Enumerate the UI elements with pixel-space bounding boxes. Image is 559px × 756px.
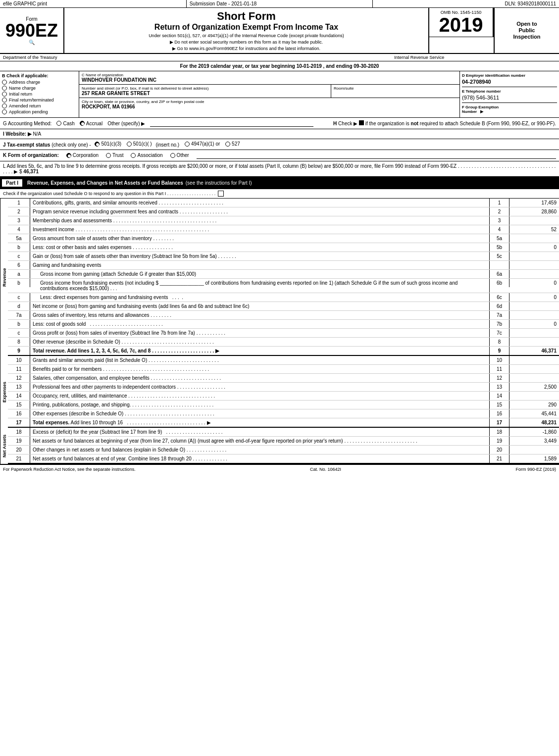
open-title: Open to Public Inspection bbox=[513, 21, 540, 41]
row20-linenum: 20 bbox=[490, 446, 509, 454]
row9-num: 9 bbox=[8, 347, 30, 355]
address-circle bbox=[2, 80, 7, 85]
row-20: 20 Other changes in net assets or fund b… bbox=[8, 446, 559, 454]
phone-value: (978) 546-3611 bbox=[462, 95, 557, 101]
row12-num: 12 bbox=[8, 374, 30, 382]
row2-num: 2 bbox=[8, 207, 30, 216]
row5b-subnum: 5b bbox=[490, 243, 509, 252]
row7a-subval bbox=[509, 311, 559, 319]
check-final: Final return/terminated bbox=[2, 98, 77, 102]
net-assets-section: Net Assets 18 Excess or (deficit) for th… bbox=[0, 428, 559, 464]
l-row: L Add lines 5b, 6c, and 7b to line 9 to … bbox=[0, 161, 559, 177]
ein-col: D Employer identification number 04-2708… bbox=[460, 71, 559, 117]
row8-linenum: 8 bbox=[490, 338, 509, 346]
row7a-label: Gross sales of inventory, less returns a… bbox=[30, 311, 490, 319]
amended-circle bbox=[2, 103, 7, 108]
row4-value: 52 bbox=[509, 225, 559, 234]
revenue-section: Revenue 1 Contributions, gifts, grants, … bbox=[0, 199, 559, 356]
accrual-radio bbox=[80, 121, 85, 126]
j-501c3-radio bbox=[95, 142, 100, 147]
j-501c-radio bbox=[127, 142, 132, 147]
row21-label: Net assets or fund balances at end of ye… bbox=[30, 454, 490, 463]
row6-label: Gaming and fundraising events bbox=[30, 261, 490, 269]
phone-label: E Telephone number bbox=[462, 89, 557, 94]
final-label: Final return/terminated bbox=[9, 98, 54, 102]
row-4: 4 Investment income . . . . . . . . . . … bbox=[8, 225, 559, 234]
row-13: 13 Professional fees and other payments … bbox=[8, 383, 559, 392]
form-subtitle: Under section 501(c), 527, or 4947(a)(1)… bbox=[69, 33, 423, 38]
form-title-box: Short Form Return of Organization Exempt… bbox=[64, 8, 429, 53]
row14-linenum: 14 bbox=[490, 392, 509, 400]
row5a-subnum: 5a bbox=[490, 234, 509, 243]
form-number: 990EZ bbox=[5, 22, 58, 40]
k-assoc: Association bbox=[131, 152, 162, 158]
k-trust-radio bbox=[106, 153, 111, 158]
row10-label: Grants and similar amounts paid (list in… bbox=[30, 356, 490, 364]
row1-value: 17,459 bbox=[509, 199, 559, 207]
row-16: 16 Other expenses (describe in Schedule … bbox=[8, 409, 559, 418]
h-check: H Check ▶ if the organization is not req… bbox=[333, 120, 556, 126]
form-org-row: K Form of organization: Corporation Trus… bbox=[0, 150, 559, 161]
row16-linenum: 16 bbox=[490, 409, 509, 418]
k-trust: Trust bbox=[106, 152, 123, 158]
open-to-public-box: Open to Public Inspection bbox=[495, 8, 559, 53]
top-bar: efile GRAPHIC print Submission Date - 20… bbox=[0, 0, 559, 8]
form-id-box: Form 990EZ 🔍 bbox=[0, 8, 64, 53]
row1-label: Contributions, gifts, grants, and simila… bbox=[30, 199, 490, 207]
acct-accrual: Accrual bbox=[80, 121, 102, 126]
row-14: 14 Occupancy, rent, utilities, and maint… bbox=[8, 392, 559, 401]
row8-label: Other revenue (describe in Schedule O) .… bbox=[30, 338, 490, 346]
footer-row: For Paperwork Reduction Act Notice, see … bbox=[0, 464, 559, 474]
row15-linenum: 15 bbox=[490, 401, 509, 409]
org-name-row: C Name of organization WINDHOVER FOUNDAT… bbox=[79, 71, 459, 85]
efile-label: efile GRAPHIC print bbox=[0, 0, 187, 7]
row20-num: 20 bbox=[8, 446, 30, 454]
short-form-title: Short Form bbox=[69, 10, 423, 23]
no-ssn-notice: ▶ Do not enter social security numbers o… bbox=[69, 40, 423, 45]
row-3: 3 Membership dues and assessments . . . … bbox=[8, 216, 559, 225]
row-8: 8 Other revenue (describe in Schedule O)… bbox=[8, 338, 559, 347]
main-header: Form 990EZ 🔍 Short Form Return of Organi… bbox=[0, 8, 559, 54]
row7a-subnum: 7a bbox=[490, 311, 509, 319]
row6a-subval bbox=[509, 270, 559, 278]
row7b-label: Less: cost of goods sold . . . . . . . .… bbox=[30, 320, 490, 328]
check-pending: Application pending bbox=[2, 109, 77, 114]
row6c-label: Less: direct expenses from gaming and fu… bbox=[30, 293, 490, 302]
row20-label: Other changes in net assets or fund bala… bbox=[30, 446, 490, 454]
row-6: 6 Gaming and fundraising events bbox=[8, 261, 559, 270]
row11-linenum: 11 bbox=[490, 365, 509, 373]
check-title: B Check if applicable: bbox=[2, 73, 77, 78]
footer-right: Form 990-EZ (2019) bbox=[515, 467, 556, 472]
ein-value: 04-2708940 bbox=[462, 79, 557, 85]
return-title: Return of Organization Exempt From Incom… bbox=[69, 23, 423, 32]
row6b-subval: 0 bbox=[509, 279, 559, 287]
row7b-num: b bbox=[8, 320, 30, 328]
row14-num: 14 bbox=[8, 392, 30, 400]
row5c-label: Gain or (loss) from sale of assets other… bbox=[30, 252, 490, 260]
row17-linenum: 17 bbox=[490, 418, 509, 427]
website-row: I Website: ▶ N/A bbox=[0, 129, 559, 139]
row14-value bbox=[509, 392, 559, 400]
row6a-subnum: 6a bbox=[490, 270, 509, 278]
row-6c: c Less: direct expenses from gaming and … bbox=[8, 293, 559, 302]
k-corp: Corporation bbox=[66, 152, 99, 158]
l-value: 46,371 bbox=[23, 169, 39, 174]
h-checkbox bbox=[359, 120, 364, 125]
check-schedule-o-row: Check if the organization used Schedule … bbox=[0, 189, 559, 199]
page: efile GRAPHIC print Submission Date - 20… bbox=[0, 0, 559, 474]
row4-label: Investment income . . . . . . . . . . . … bbox=[30, 225, 490, 234]
row11-label: Benefits paid to or for members . . . . … bbox=[30, 365, 490, 373]
j-501c3: 501(c)(3) bbox=[95, 141, 121, 147]
row2-linenum: 2 bbox=[490, 207, 509, 216]
footer-mid: Cat. No. 10642I bbox=[310, 467, 341, 472]
row10-linenum: 10 bbox=[490, 356, 509, 364]
part1-tag: Part I bbox=[1, 178, 23, 188]
org-room-field: Room/suite bbox=[331, 85, 459, 98]
row6b-num: b bbox=[8, 279, 30, 287]
irs-label: Internal Revenue Service bbox=[280, 54, 559, 61]
row-6d: d Net income or (loss) from gaming and f… bbox=[8, 302, 559, 311]
check-amended: Amended return bbox=[2, 103, 77, 108]
row3-value bbox=[509, 216, 559, 225]
row6d-num: d bbox=[8, 302, 30, 310]
check-sched-text: Check if the organization used Schedule … bbox=[3, 191, 215, 196]
